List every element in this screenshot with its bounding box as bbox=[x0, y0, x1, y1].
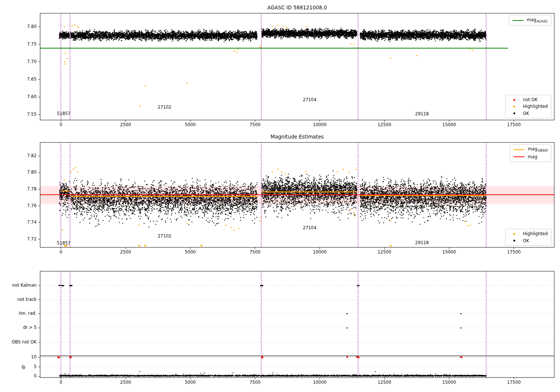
x-tick-label: 10000 bbox=[313, 250, 327, 255]
x-tick-label: 7500 bbox=[250, 123, 261, 127]
y-tick-label: dr > 5 bbox=[0, 326, 37, 330]
legend-dot-swatch bbox=[509, 106, 520, 108]
annotation-obsid: 29118 bbox=[415, 112, 429, 117]
plot-top bbox=[40, 13, 554, 120]
legend-label: magOBSID bbox=[528, 146, 548, 153]
x-tick-label: 10000 bbox=[313, 123, 327, 127]
plot-bottom bbox=[40, 271, 554, 378]
y-tick-label: 7.75 bbox=[0, 42, 37, 47]
plot-middle-title: Magnitude Estimates bbox=[40, 134, 554, 140]
x-tick-label: 15000 bbox=[442, 380, 456, 385]
legend-dot-swatch bbox=[509, 240, 520, 242]
x-tick-label: 0 bbox=[59, 250, 62, 255]
annotation-obsid: 27104 bbox=[303, 98, 317, 102]
y-tick-label: 7.80 bbox=[0, 171, 37, 175]
x-tick-label: 2500 bbox=[120, 380, 131, 385]
legend-label: OK bbox=[523, 238, 529, 243]
x-tick-label: 17500 bbox=[507, 123, 521, 127]
legend-item: Highlighted bbox=[509, 104, 548, 109]
legend-label: magAGASC bbox=[527, 17, 548, 24]
legend-dot-swatch bbox=[509, 112, 520, 114]
legend-item: OK bbox=[509, 111, 548, 116]
y-tick-label: 7.80 bbox=[0, 25, 37, 29]
legend-item: not OK bbox=[509, 97, 548, 102]
y-tick-label: 0 bbox=[0, 374, 37, 379]
annotation-obsid: 51857 bbox=[57, 241, 71, 246]
legend-item: magAGASC bbox=[513, 17, 548, 24]
y-tick-label: 10 bbox=[0, 355, 37, 360]
x-tick-label: 17500 bbox=[507, 380, 521, 385]
x-tick-label: 0 bbox=[59, 380, 62, 385]
legend-item: Highlighted bbox=[509, 231, 548, 236]
x-tick-label: 12500 bbox=[378, 380, 392, 385]
y-tick-label: 7.70 bbox=[0, 60, 37, 64]
x-tick-label: 0 bbox=[59, 123, 62, 127]
legend-label: not OK bbox=[523, 97, 538, 102]
y-tick-label: 7.78 bbox=[0, 187, 37, 192]
figure: AGASC ID 588121008.0 Magnitude Estimates… bbox=[0, 0, 560, 392]
legend-dot-swatch bbox=[509, 99, 520, 101]
x-tick-label: 15000 bbox=[442, 123, 456, 127]
x-tick-label: 2500 bbox=[120, 250, 131, 255]
legend: HighlightedOK bbox=[505, 229, 551, 246]
legend-line-swatch bbox=[513, 20, 523, 21]
y-tick-label: 7.60 bbox=[0, 95, 37, 99]
annotation-obsid: 51857 bbox=[57, 112, 71, 116]
annotation-obsid: 27102 bbox=[158, 105, 172, 110]
annotation-obsid: 29118 bbox=[415, 241, 429, 245]
y-tick-label: Ion. rad. bbox=[0, 311, 37, 316]
legend-line-swatch bbox=[514, 149, 525, 150]
legend-label: mag bbox=[528, 154, 538, 159]
y-axis-label-dr: dr bbox=[21, 365, 26, 369]
legend-line-swatch bbox=[514, 156, 525, 157]
annotation-obsid: 27102 bbox=[158, 234, 172, 239]
y-tick-label: 7.72 bbox=[0, 237, 37, 242]
legend-item: OK bbox=[509, 238, 548, 243]
legend-item: magOBSID bbox=[514, 146, 548, 153]
legend-label: Highlighted bbox=[523, 104, 548, 109]
annotation-obsid: 27104 bbox=[303, 226, 317, 230]
plot-top-title: AGASC ID 588121008.0 bbox=[40, 4, 554, 10]
x-tick-label: 5000 bbox=[185, 250, 196, 255]
y-tick-label: 7.82 bbox=[0, 154, 37, 158]
legend: magAGASC bbox=[509, 15, 551, 26]
y-tick-label: 7.55 bbox=[0, 112, 37, 117]
plot-middle bbox=[40, 142, 554, 248]
legend-label: OK bbox=[523, 111, 529, 116]
x-tick-label: 5000 bbox=[185, 380, 196, 385]
x-tick-label: 12500 bbox=[378, 123, 392, 127]
x-tick-label: 5000 bbox=[185, 123, 196, 127]
legend-item: mag bbox=[514, 154, 548, 159]
y-tick-label: OBS not OK bbox=[0, 340, 37, 345]
y-tick-label: not Kalman bbox=[0, 283, 37, 288]
legend: not OKHighlightedOK bbox=[505, 95, 551, 118]
x-tick-label: 2500 bbox=[120, 123, 131, 127]
y-tick-label: 5 bbox=[0, 365, 37, 369]
y-tick-label: 7.74 bbox=[0, 220, 37, 225]
legend-dot-swatch bbox=[509, 233, 520, 235]
x-tick-label: 12500 bbox=[378, 250, 392, 255]
x-tick-label: 7500 bbox=[250, 380, 261, 385]
x-tick-label: 15000 bbox=[442, 250, 456, 255]
x-tick-label: 17500 bbox=[507, 250, 521, 255]
y-tick-label: not track bbox=[0, 298, 37, 302]
y-tick-label: 7.65 bbox=[0, 77, 37, 82]
y-tick-label: 7.76 bbox=[0, 204, 37, 208]
x-tick-label: 7500 bbox=[250, 250, 261, 255]
legend-label: Highlighted bbox=[523, 231, 548, 236]
legend: magOBSIDmag bbox=[510, 144, 551, 162]
x-tick-label: 10000 bbox=[313, 380, 327, 385]
